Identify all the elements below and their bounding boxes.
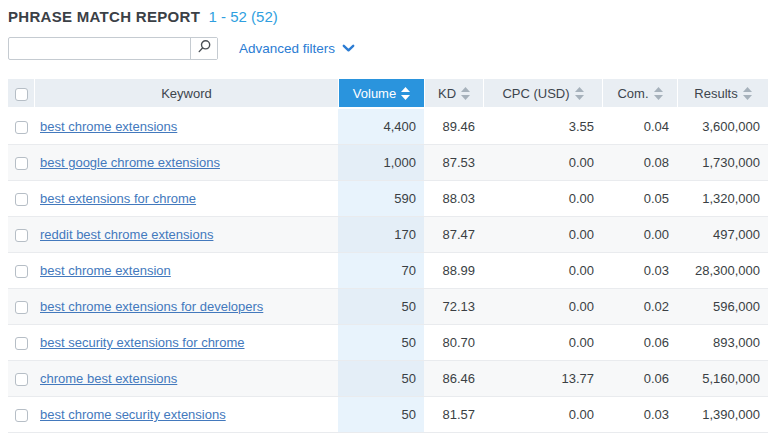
results-cell: 497,000: [677, 217, 768, 253]
sort-icon: [461, 87, 470, 100]
row-select-cell: [8, 361, 34, 397]
keyword-cell: best chrome extension: [34, 253, 338, 289]
keyword-cell: best google chrome extensions: [34, 145, 338, 181]
table-row: best chrome extension 70 88.99 0.00 0.03…: [8, 253, 768, 289]
row-select-cell: [8, 145, 34, 181]
volume-cell: 50: [338, 397, 424, 433]
keyword-link[interactable]: best google chrome extensions: [40, 155, 220, 170]
row-select-cell: [8, 289, 34, 325]
results-cell: 28,300,000: [677, 253, 768, 289]
kd-cell: 80.70: [424, 325, 483, 361]
kd-cell: 88.99: [424, 253, 483, 289]
results-cell: 596,000: [677, 289, 768, 325]
row-checkbox[interactable]: [15, 157, 28, 170]
search-button[interactable]: [190, 38, 217, 59]
row-checkbox[interactable]: [15, 409, 28, 422]
column-label: Keyword: [161, 86, 212, 101]
kd-cell: 81.57: [424, 397, 483, 433]
row-checkbox[interactable]: [15, 229, 28, 242]
column-label: Results: [694, 86, 737, 101]
kd-cell: 88.03: [424, 181, 483, 217]
keyword-link[interactable]: best extensions for chrome: [40, 191, 196, 206]
kd-cell: 89.46: [424, 109, 483, 145]
keyword-table-container: Keyword Volume KD: [8, 79, 768, 433]
row-select-cell: [8, 325, 34, 361]
keyword-cell: reddit best chrome extensions: [34, 217, 338, 253]
keyword-link[interactable]: best chrome extensions for developers: [40, 299, 263, 314]
keyword-cell: best security extensions for chrome: [34, 325, 338, 361]
keyword-search-box: [8, 37, 218, 60]
volume-cell: 50: [338, 289, 424, 325]
search-input[interactable]: [9, 38, 190, 59]
cpc-cell: 13.77: [483, 361, 602, 397]
row-checkbox[interactable]: [15, 121, 28, 134]
kd-cell: 87.53: [424, 145, 483, 181]
row-select-cell: [8, 181, 34, 217]
cpc-cell: 0.00: [483, 253, 602, 289]
column-header-com[interactable]: Com.: [602, 79, 677, 109]
column-header-cpc[interactable]: CPC (USD): [483, 79, 602, 109]
keyword-link[interactable]: best chrome security extensions: [40, 407, 226, 422]
column-header-volume[interactable]: Volume: [338, 79, 424, 109]
sort-icon: [401, 87, 410, 100]
volume-cell: 170: [338, 217, 424, 253]
keyword-link[interactable]: chrome best extensions: [40, 371, 177, 386]
volume-cell: 1,000: [338, 145, 424, 181]
phrase-match-report-page: PHRASE MATCH REPORT 1 - 52 (52) Advanced…: [0, 0, 768, 433]
cpc-cell: 0.00: [483, 397, 602, 433]
advanced-filters-toggle[interactable]: Advanced filters: [239, 41, 355, 56]
table-row: best extensions for chrome 590 88.03 0.0…: [8, 181, 768, 217]
com-cell: 0.05: [602, 181, 677, 217]
row-checkbox[interactable]: [15, 193, 28, 206]
magnifier-icon: [197, 39, 212, 57]
row-select-cell: [8, 109, 34, 145]
column-header-select: [8, 79, 34, 109]
keyword-table: Keyword Volume KD: [8, 79, 768, 433]
table-row: best chrome extensions for developers 50…: [8, 289, 768, 325]
com-cell: 0.04: [602, 109, 677, 145]
com-cell: 0.02: [602, 289, 677, 325]
cpc-cell: 0.00: [483, 181, 602, 217]
results-cell: 893,000: [677, 325, 768, 361]
keyword-cell: best extensions for chrome: [34, 181, 338, 217]
page-title: PHRASE MATCH REPORT: [8, 8, 200, 25]
column-label: CPC (USD): [502, 86, 569, 101]
kd-cell: 86.46: [424, 361, 483, 397]
sort-icon: [575, 87, 584, 100]
volume-cell: 70: [338, 253, 424, 289]
row-checkbox[interactable]: [15, 373, 28, 386]
keyword-cell: best chrome extensions: [34, 109, 338, 145]
keyword-link[interactable]: best chrome extension: [40, 263, 171, 278]
com-cell: 0.06: [602, 361, 677, 397]
row-select-cell: [8, 217, 34, 253]
keyword-link[interactable]: best chrome extensions: [40, 119, 177, 134]
row-checkbox[interactable]: [15, 301, 28, 314]
keyword-link[interactable]: best security extensions for chrome: [40, 335, 244, 350]
report-header: PHRASE MATCH REPORT 1 - 52 (52): [8, 8, 768, 26]
keyword-link[interactable]: reddit best chrome extensions: [40, 227, 213, 242]
cpc-cell: 0.00: [483, 289, 602, 325]
sort-icon: [743, 87, 752, 100]
row-checkbox[interactable]: [15, 265, 28, 278]
filter-toolbar: Advanced filters: [8, 36, 768, 60]
com-cell: 0.00: [602, 217, 677, 253]
volume-cell: 4,400: [338, 109, 424, 145]
volume-cell: 50: [338, 361, 424, 397]
com-cell: 0.08: [602, 145, 677, 181]
com-cell: 0.03: [602, 253, 677, 289]
chevron-down-icon: [342, 41, 355, 56]
table-row: best chrome security extensions 50 81.57…: [8, 397, 768, 433]
select-all-checkbox[interactable]: [15, 88, 28, 101]
column-header-results[interactable]: Results: [677, 79, 768, 109]
volume-cell: 50: [338, 325, 424, 361]
row-select-cell: [8, 253, 34, 289]
column-label: KD: [438, 86, 456, 101]
column-label: Com.: [617, 86, 648, 101]
column-header-kd[interactable]: KD: [424, 79, 483, 109]
row-checkbox[interactable]: [15, 337, 28, 350]
result-range: 1 - 52 (52): [209, 8, 278, 25]
keyword-cell: chrome best extensions: [34, 361, 338, 397]
table-body: best chrome extensions 4,400 89.46 3.55 …: [8, 109, 768, 433]
advanced-filters-label: Advanced filters: [239, 41, 335, 56]
results-cell: 1,320,000: [677, 181, 768, 217]
